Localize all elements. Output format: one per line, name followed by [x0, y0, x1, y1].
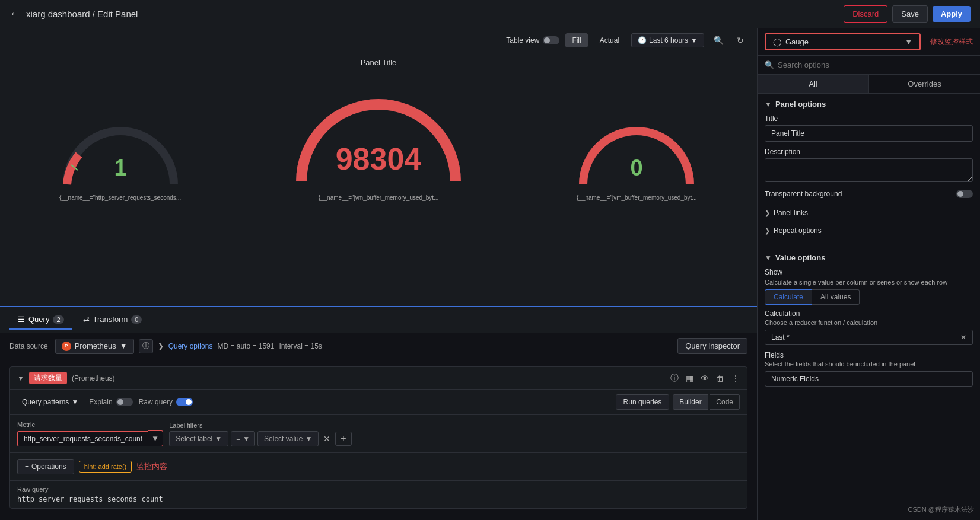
value-options-section: ▼ Value options Show Calculate a single …: [758, 247, 980, 400]
breadcrumb: xiarg dashboard / Edit Panel: [26, 9, 138, 19]
query-badge: 2: [53, 315, 63, 324]
metric-input[interactable]: [17, 431, 148, 446]
all-values-button[interactable]: All values: [812, 289, 860, 305]
tab-query[interactable]: ☰ Query 2: [9, 310, 72, 330]
collapse-button[interactable]: ▼: [17, 374, 24, 382]
hint-badge[interactable]: hint: add rate(): [79, 461, 132, 473]
discard-button[interactable]: Discard: [844, 5, 887, 23]
fill-button[interactable]: Fill: [565, 33, 587, 47]
time-range-label: Last 6 hours: [649, 36, 688, 44]
explain-switch[interactable]: [116, 398, 133, 406]
datasource-bar-right: Query inspector: [677, 338, 747, 354]
add-operations-button[interactable]: + Operations: [17, 459, 74, 474]
panel-links-row[interactable]: ❯ Panel links: [765, 204, 973, 222]
info-button[interactable]: ⓘ: [139, 339, 153, 353]
metric-dropdown-button[interactable]: ▼: [148, 430, 163, 446]
table-view-toggle[interactable]: Table view: [506, 36, 559, 44]
builder-code-group: Builder Code: [673, 394, 740, 410]
run-queries-button[interactable]: Run queries: [616, 394, 670, 410]
panel-options-header[interactable]: ▼ Panel options: [758, 94, 980, 114]
zoom-out-button[interactable]: 🔍: [710, 33, 727, 47]
back-button[interactable]: ←: [9, 8, 20, 20]
svg-text:98304: 98304: [336, 142, 422, 176]
label-filters-label: Label filters: [169, 422, 351, 429]
query-options-link[interactable]: Query options: [168, 342, 213, 350]
prometheus-icon: P: [62, 342, 71, 351]
actual-button[interactable]: Actual: [594, 34, 625, 47]
query-editor-area: Data source P Prometheus ▼ ⓘ ❯ Query opt…: [0, 333, 757, 520]
calculate-button[interactable]: Calculate: [765, 289, 812, 305]
gauge-chevron-icon: ▼: [905, 37, 912, 46]
select-value-chevron-icon: ▼: [305, 435, 312, 443]
query-more-icon[interactable]: ⋮: [731, 374, 740, 383]
repeat-options-row[interactable]: ❯ Repeat options: [765, 222, 973, 240]
search-input[interactable]: [778, 60, 973, 69]
raw-query-value: http_server_requests_seconds_count: [17, 495, 740, 503]
gauge-item-3: 0 {__name__="jvm_buffer_memory_used_byt.…: [565, 101, 708, 201]
gauge-label-2: {__name__="jvm_buffer_memory_used_byt...: [319, 194, 439, 201]
prometheus-button[interactable]: P Prometheus ▼: [55, 339, 134, 354]
show-desc: Calculate a single value per column or s…: [765, 279, 973, 286]
refresh-button[interactable]: ↻: [733, 33, 747, 47]
title-input[interactable]: [765, 125, 973, 142]
fields-field-row: Fields Select the fields that should be …: [765, 351, 973, 387]
tab-transform[interactable]: ⇄ Transform 0: [75, 310, 151, 330]
panel-links-label: Panel links: [774, 209, 808, 217]
calculation-value: Last *: [771, 333, 790, 342]
query-delete-icon[interactable]: 🗑: [716, 374, 724, 383]
canvas-toolbar: Table view Fill Actual 🕐 Last 6 hours ▼ …: [0, 28, 757, 52]
query-visibility-icon[interactable]: 👁: [701, 374, 709, 383]
gauge-panel: Panel Title 1: [0, 52, 757, 307]
query-name-badge[interactable]: 请求数量: [29, 372, 67, 384]
metric-field-group: Metric ▼: [17, 421, 163, 446]
description-input[interactable]: [765, 158, 973, 182]
calculation-select[interactable]: Last * ✕: [765, 330, 973, 345]
query-info-icon[interactable]: ⓘ: [670, 373, 679, 384]
save-button[interactable]: Save: [892, 5, 928, 23]
builder-button[interactable]: Builder: [673, 394, 708, 410]
transform-icon: ⇄: [83, 315, 90, 324]
overrides-tab[interactable]: Overrides: [869, 75, 980, 93]
gauge-label: Gauge: [785, 37, 809, 46]
value-options-title: Value options: [775, 253, 826, 262]
add-filter-button[interactable]: +: [335, 432, 351, 446]
search-icon: 🔍: [765, 60, 774, 69]
select-label-button[interactable]: Select label ▼: [169, 431, 228, 446]
equals-button[interactable]: = ▼: [231, 431, 255, 446]
raw-query-switch[interactable]: [176, 398, 193, 406]
prometheus-chevron-icon: ▼: [120, 342, 128, 350]
fields-select[interactable]: Numeric Fields: [765, 371, 973, 387]
show-label: Show: [765, 268, 973, 276]
panel-options-body: Title Description Transparent background…: [758, 114, 980, 247]
table-view-label: Table view: [506, 36, 539, 44]
all-tab[interactable]: All: [758, 75, 869, 93]
equals-text: =: [236, 435, 240, 443]
query-block: ▼ 请求数量 (Prometheus) ⓘ ▦ 👁 🗑 ⋮ Query patt…: [9, 366, 747, 509]
query-tab-label: Query: [28, 315, 49, 324]
metric-label-row: Metric ▼ Label filters Select label ▼: [10, 415, 747, 452]
value-options-header[interactable]: ▼ Value options: [758, 247, 980, 268]
query-inspector-button[interactable]: Query inspector: [677, 338, 747, 354]
apply-button[interactable]: Apply: [933, 6, 971, 22]
gauge-button[interactable]: ◯ Gauge ▼: [765, 33, 921, 50]
top-bar-left: ← xiarg dashboard / Edit Panel: [9, 8, 138, 20]
left-panel: Table view Fill Actual 🕐 Last 6 hours ▼ …: [0, 28, 757, 520]
calculation-clear-icon[interactable]: ✕: [960, 333, 966, 342]
transparent-bg-switch[interactable]: [956, 190, 973, 198]
time-range-button[interactable]: 🕐 Last 6 hours ▼: [631, 33, 704, 47]
select-label-chevron-icon: ▼: [215, 435, 222, 443]
code-button[interactable]: Code: [710, 394, 740, 410]
panel-title: Panel Title: [361, 58, 397, 67]
remove-filter-button[interactable]: ✕: [321, 432, 333, 446]
svg-text:0: 0: [631, 155, 643, 180]
show-row: Show Calculate a single value per column…: [765, 268, 973, 305]
show-btns: Calculate All values: [765, 289, 973, 305]
select-value-button[interactable]: Select value ▼: [257, 431, 319, 446]
query-patterns-label: Query patterns: [22, 398, 69, 406]
query-copy-icon[interactable]: ▦: [686, 374, 693, 383]
value-options-body: Show Calculate a single value per column…: [758, 268, 980, 400]
table-view-switch[interactable]: [543, 36, 559, 44]
query-patterns-button[interactable]: Query patterns ▼: [17, 395, 83, 409]
datasource-bar: Data source P Prometheus ▼ ⓘ ❯ Query opt…: [0, 333, 757, 359]
repeat-options-label: Repeat options: [774, 226, 822, 235]
